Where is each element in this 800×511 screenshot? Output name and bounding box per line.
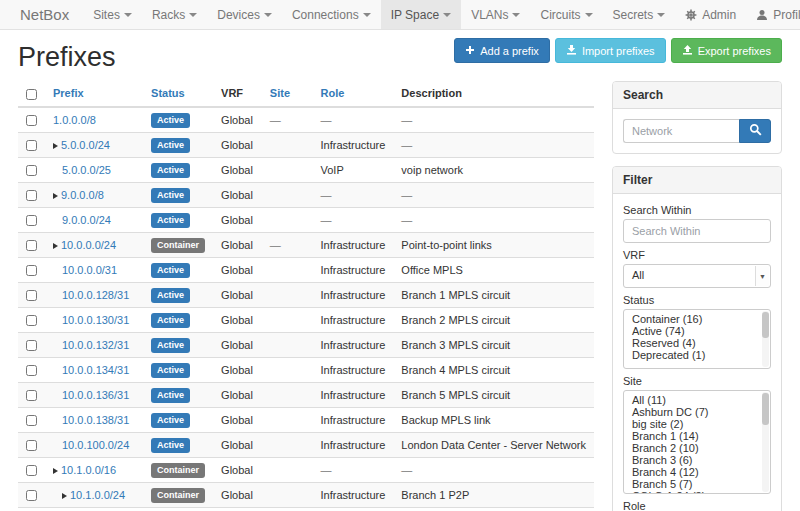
prefix-link[interactable]: 10.0.100.0/24 <box>62 439 129 451</box>
nav-item[interactable]: Sites <box>83 0 142 29</box>
nav-item[interactable]: VLANs <box>461 0 530 29</box>
nav-item[interactable]: Devices <box>207 0 282 29</box>
row-checkbox[interactable] <box>26 240 37 251</box>
site-option[interactable]: All (11) <box>624 394 770 406</box>
action-button[interactable]: Export prefixes <box>671 38 782 63</box>
site-listbox[interactable]: All (11)Ashburn DC (7)big site (2)Branch… <box>623 390 771 494</box>
row-checkbox[interactable] <box>26 215 37 226</box>
description-cell: — <box>393 207 594 232</box>
row-checkbox[interactable] <box>26 315 37 326</box>
prefix-link[interactable]: 10.0.0.138/31 <box>62 414 129 426</box>
vrf-select[interactable]: All ▼ <box>623 264 771 288</box>
row-checkbox[interactable] <box>26 265 37 276</box>
row-checkbox[interactable] <box>26 190 37 201</box>
prefix-link[interactable]: 10.0.0.132/31 <box>62 339 129 351</box>
row-select-cell <box>18 282 45 307</box>
column-header-status[interactable]: Status <box>143 81 213 107</box>
prefix-link[interactable]: 10.0.0.0/24 <box>61 239 116 251</box>
prefix-link[interactable]: 1.0.0.0/8 <box>53 114 96 126</box>
site-option[interactable]: Branch 3 (6) <box>624 454 770 466</box>
site-cell <box>262 307 313 332</box>
search-within-label: Search Within <box>623 204 771 216</box>
scrollbar-thumb[interactable] <box>762 312 769 338</box>
prefix-cell: 10.1.0.0/16 <box>45 457 143 482</box>
status-option[interactable]: Deprecated (1) <box>624 349 770 361</box>
nav-item[interactable]: Secrets <box>603 0 676 29</box>
nav-item-label: Devices <box>217 0 260 30</box>
site-cell <box>262 432 313 457</box>
row-checkbox[interactable] <box>26 165 37 176</box>
prefix-link[interactable]: 10.0.0.134/31 <box>62 364 129 376</box>
prefix-link[interactable]: 10.1.0.0/24 <box>70 489 125 501</box>
prefix-cell: 10.0.0.132/31 <box>45 332 143 357</box>
prefix-link[interactable]: 9.0.0.0/24 <box>62 214 111 226</box>
role-cell: Infrastructure <box>313 332 394 357</box>
prefix-link[interactable]: 5.0.0.0/24 <box>61 139 110 151</box>
column-header-prefix[interactable]: Prefix <box>45 81 143 107</box>
row-checkbox[interactable] <box>26 140 37 151</box>
row-checkbox[interactable] <box>26 440 37 451</box>
site-link: — <box>270 114 281 126</box>
row-checkbox[interactable] <box>26 415 37 426</box>
action-button[interactable]: Import prefixes <box>555 38 666 63</box>
column-header-role[interactable]: Role <box>313 81 394 107</box>
nav-user-item[interactable]: Admin <box>675 0 746 29</box>
prefix-link[interactable]: 5.0.0.0/25 <box>62 164 111 176</box>
prefix-link[interactable]: 10.1.0.0/16 <box>61 464 116 476</box>
site-option[interactable]: COLO-1-24 (3) <box>624 490 770 494</box>
nav-item-label: Connections <box>292 0 359 30</box>
row-checkbox[interactable] <box>26 490 37 501</box>
prefix-cell: 9.0.0.0/24 <box>45 207 143 232</box>
nav-item[interactable]: Racks <box>142 0 207 29</box>
nav-item[interactable]: IP Space <box>381 0 461 29</box>
status-option[interactable]: Container (16) <box>624 313 770 325</box>
status-cell: Active <box>143 507 213 511</box>
row-checkbox[interactable] <box>26 390 37 401</box>
status-option[interactable]: Reserved (4) <box>624 337 770 349</box>
status-badge: Container <box>151 238 205 253</box>
scrollbar-track[interactable] <box>762 311 769 367</box>
site-option[interactable]: Branch 5 (7) <box>624 478 770 490</box>
site-option[interactable]: Branch 1 (14) <box>624 430 770 442</box>
app-brand[interactable]: NetBox <box>0 0 83 29</box>
prefix-link[interactable]: 10.0.0.136/31 <box>62 389 129 401</box>
prefix-cell: 10.0.0.136/31 <box>45 382 143 407</box>
prefix-link[interactable]: 10.0.0.128/31 <box>62 289 129 301</box>
search-input[interactable] <box>623 119 739 143</box>
status-listbox[interactable]: Container (16)Active (74)Reserved (4)Dep… <box>623 309 771 369</box>
prefix-cell: 10.0.0.134/31 <box>45 357 143 382</box>
search-within-input[interactable] <box>623 219 771 243</box>
role-value: Infrastructure <box>321 414 386 426</box>
nav-item[interactable]: Connections <box>282 0 381 29</box>
prefix-link[interactable]: 10.0.0.130/31 <box>62 314 129 326</box>
scrollbar-thumb[interactable] <box>762 393 769 425</box>
site-option[interactable]: Branch 4 (12) <box>624 466 770 478</box>
site-option[interactable]: big site (2) <box>624 418 770 430</box>
action-button[interactable]: Add a prefix <box>454 38 550 63</box>
prefix-link[interactable]: 9.0.0.0/8 <box>61 189 104 201</box>
row-select-cell <box>18 432 45 457</box>
status-cell: Active <box>143 157 213 182</box>
row-checkbox[interactable] <box>26 115 37 126</box>
description-value: — <box>401 139 412 151</box>
table-row: 10.1.0.0/24 Container Global <box>18 482 594 507</box>
row-checkbox[interactable] <box>26 365 37 376</box>
row-select-cell <box>18 482 45 507</box>
status-option[interactable]: Active (74) <box>624 325 770 337</box>
nav-user-item[interactable]: Profile <box>746 0 800 29</box>
nav-item[interactable]: Circuits <box>530 0 602 29</box>
search-button[interactable] <box>739 119 771 143</box>
column-header-site[interactable]: Site <box>262 81 313 107</box>
prefix-link[interactable]: 10.0.0.0/31 <box>62 264 117 276</box>
description-cell: — <box>393 507 594 511</box>
site-option[interactable]: Branch 2 (10) <box>624 442 770 454</box>
select-all-checkbox[interactable] <box>26 89 37 100</box>
scrollbar-track[interactable] <box>762 392 769 492</box>
row-checkbox[interactable] <box>26 340 37 351</box>
search-panel: Search <box>612 81 782 154</box>
vrf-cell: Global <box>213 432 262 457</box>
row-checkbox[interactable] <box>26 465 37 476</box>
user-icon <box>756 9 768 21</box>
row-checkbox[interactable] <box>26 290 37 301</box>
site-option[interactable]: Ashburn DC (7) <box>624 406 770 418</box>
